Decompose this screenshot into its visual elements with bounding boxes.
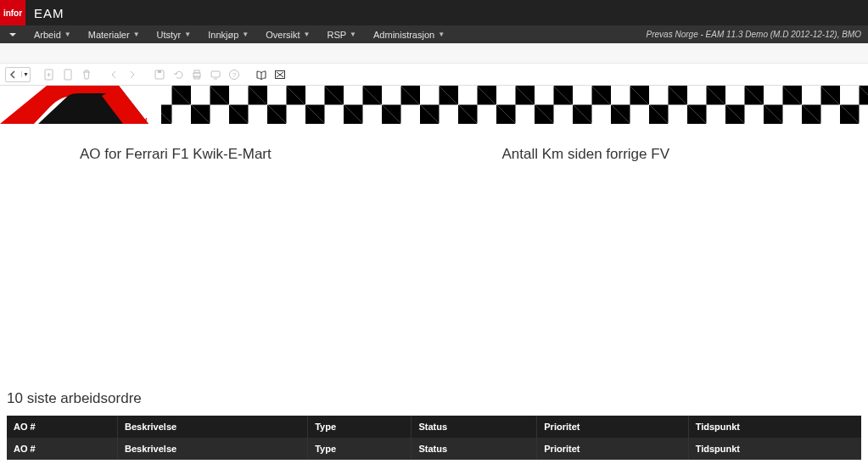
panel-left-title: AO for Ferrari F1 Kwik-E-Mart xyxy=(0,146,434,163)
document-plus-icon xyxy=(43,69,55,81)
caret-down-icon: ▼ xyxy=(350,31,356,38)
menu-administrasjon[interactable]: Administrasjon▼ xyxy=(365,25,453,43)
remove-image-button[interactable] xyxy=(272,66,288,83)
trash-icon xyxy=(81,69,92,81)
col-header-type[interactable]: Type xyxy=(308,438,412,460)
content-area: AO for Ferrari F1 Kwik-E-Mart Antall Km … xyxy=(0,124,868,460)
save-button[interactable] xyxy=(151,66,168,83)
book-open-icon xyxy=(255,69,267,81)
col-header-ao[interactable]: AO # xyxy=(7,416,117,438)
panel-right: Antall Km siden forrige FV xyxy=(434,146,869,163)
caret-down-icon: ▼ xyxy=(64,31,71,38)
menu-label: Innkjøp xyxy=(208,30,238,40)
menu-label: Oversikt xyxy=(266,30,300,40)
back-button[interactable]: ▼ xyxy=(5,67,31,82)
workorders-table: AO # Beskrivelse Type Status Prioritet T… xyxy=(7,416,861,460)
menu-innkjop[interactable]: Innkjøp▼ xyxy=(199,25,257,43)
screen-icon xyxy=(210,69,221,81)
menu-utstyr[interactable]: Utstyr▼ xyxy=(148,25,200,43)
col-header-status[interactable]: Status xyxy=(412,416,537,438)
book-button[interactable] xyxy=(253,66,270,83)
col-header-tidspunkt[interactable]: Tidspunkt xyxy=(688,438,861,460)
caret-down-icon: ▼ xyxy=(242,31,249,38)
brand-bar: infor EAM xyxy=(0,0,868,25)
sub-bar xyxy=(0,43,868,64)
col-header-tidspunkt[interactable]: Tidspunkt xyxy=(688,416,861,438)
print-icon xyxy=(191,69,203,81)
menu-oversikt[interactable]: Oversikt▼ xyxy=(257,25,318,43)
main-menu-bar: Arbeid▼ Materialer▼ Utstyr▼ Innkjøp▼ Ove… xyxy=(0,25,868,43)
table-header-row: AO # Beskrivelse Type Status Prioritet T… xyxy=(7,438,861,460)
table-header-row: AO # Beskrivelse Type Status Prioritet T… xyxy=(7,416,861,438)
col-header-prioritet[interactable]: Prioritet xyxy=(537,416,688,438)
caret-down-icon: ▼ xyxy=(438,31,445,38)
col-header-type[interactable]: Type xyxy=(308,416,412,438)
new-record-button[interactable] xyxy=(41,66,58,83)
prev-record-button[interactable] xyxy=(105,66,122,83)
chevron-left-icon xyxy=(109,70,118,79)
undo-button[interactable] xyxy=(170,66,187,83)
menu-label: RSP xyxy=(327,30,346,40)
banner: TM xyxy=(0,86,868,124)
svg-text:TM: TM xyxy=(137,116,148,124)
save-icon xyxy=(154,69,165,81)
panel-right-title: Antall Km siden forrige FV xyxy=(434,146,869,163)
caret-down-icon: ▼ xyxy=(184,31,191,38)
help-icon: ? xyxy=(228,69,240,81)
caret-down-icon xyxy=(8,31,17,39)
screen-button[interactable] xyxy=(207,66,224,83)
menu-label: Administrasjon xyxy=(373,30,434,40)
menu-label: Materialer xyxy=(88,30,130,40)
col-header-status[interactable]: Status xyxy=(412,438,537,460)
menu-dropdown-toggle[interactable] xyxy=(0,31,25,39)
app-title: EAM xyxy=(34,6,64,20)
svg-rect-7 xyxy=(211,71,220,77)
menu-rsp[interactable]: RSP▼ xyxy=(318,25,365,43)
delete-button[interactable] xyxy=(78,66,95,83)
svg-rect-3 xyxy=(158,70,161,73)
svg-rect-1 xyxy=(64,70,71,80)
f1-logo: TM xyxy=(0,86,161,124)
infor-logo: infor xyxy=(0,0,25,25)
col-header-beskrivelse[interactable]: Beskrivelse xyxy=(117,416,307,438)
undo-icon xyxy=(172,69,184,81)
copy-record-button[interactable] xyxy=(59,66,76,83)
caret-down-icon: ▼ xyxy=(304,31,311,38)
next-record-button[interactable] xyxy=(124,66,141,83)
image-cancel-icon xyxy=(274,69,286,81)
context-info: Prevas Norge - EAM 11.3 Demo (M.D 2012-1… xyxy=(647,30,868,39)
panel-left: AO for Ferrari F1 Kwik-E-Mart xyxy=(0,146,434,163)
print-button[interactable] xyxy=(188,66,205,83)
menu-label: Utstyr xyxy=(157,30,182,40)
back-history-dropdown[interactable]: ▼ xyxy=(21,71,30,77)
document-icon xyxy=(62,69,74,81)
menu-materialer[interactable]: Materialer▼ xyxy=(80,25,148,43)
table-section-title: 10 siste arbeidsordre xyxy=(0,390,868,407)
menu-label: Arbeid xyxy=(34,30,61,40)
col-header-beskrivelse[interactable]: Beskrivelse xyxy=(117,438,307,460)
help-button[interactable]: ? xyxy=(226,66,243,83)
col-header-prioritet[interactable]: Prioritet xyxy=(537,438,688,460)
col-header-ao[interactable]: AO # xyxy=(7,438,117,460)
arrow-left-icon xyxy=(6,70,21,79)
chevron-right-icon xyxy=(128,70,137,79)
svg-rect-5 xyxy=(194,70,199,73)
menu-arbeid[interactable]: Arbeid▼ xyxy=(25,25,80,43)
toolbar: ▼ ? xyxy=(0,64,868,86)
svg-text:?: ? xyxy=(232,71,237,79)
caret-down-icon: ▼ xyxy=(133,31,140,38)
